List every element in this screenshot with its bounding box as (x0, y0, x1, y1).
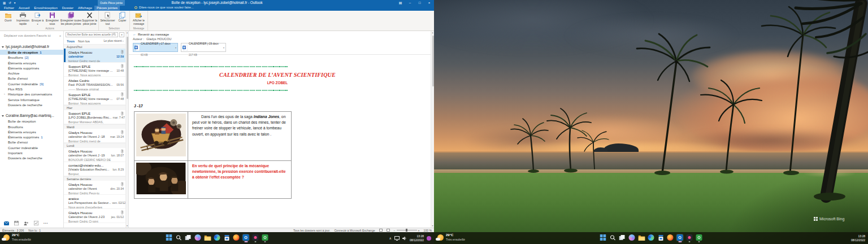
mail-list-item[interactable]: Support EPLE [CTMEJSNE] Votre message ..… (64, 91, 128, 105)
back-to-message[interactable]: ← Revenir au message (129, 31, 434, 37)
display-cast-icon[interactable] (394, 236, 400, 241)
mail-nav-icon[interactable] (4, 221, 9, 225)
firefox-button[interactable] (667, 234, 674, 241)
folder-item[interactable]: Boîte de réception (0, 119, 63, 124)
clock[interactable]: 13:28 08/12/2022 (851, 234, 865, 242)
folder-item[interactable]: Éléments supprimés 1 (0, 134, 63, 140)
start-button[interactable] (166, 234, 173, 241)
copilot-button[interactable] (194, 234, 202, 241)
outlook-taskbar-button[interactable]: O (676, 234, 684, 241)
file-explorer-button[interactable] (638, 234, 645, 241)
account-header[interactable]: lyc.joseph.zobel@hotmail.fr (0, 44, 63, 50)
search-input[interactable] (67, 33, 113, 36)
pinned-app-green-button[interactable] (696, 234, 703, 241)
calendar-nav-icon[interactable] (14, 221, 19, 225)
tasks-nav-icon[interactable] (34, 221, 38, 225)
hidden-icons-chevron-icon[interactable]: ∧ (389, 236, 392, 240)
mail-list-item[interactable]: aratice Les Perspectives du Secteur... v… (64, 195, 128, 209)
edge-button[interactable] (648, 234, 655, 241)
folder-item[interactable]: Boîte d'envoi (0, 76, 63, 81)
mail-list-item[interactable]: Gladys Houcou calendrier de l'Avent dim.… (64, 181, 128, 195)
ribbon-tab[interactable]: Envoi/réception (32, 6, 59, 11)
group-header[interactable]: Lundi (64, 143, 128, 148)
store-button[interactable] (657, 234, 665, 241)
show-message-button[interactable]: Afficher le message (131, 11, 147, 27)
scroll-up-icon[interactable]: ▲ (126, 31, 128, 34)
ribbon-tab[interactable]: Pièces jointes (94, 6, 120, 11)
weather-widget[interactable]: 29°C Très ensoleillé (437, 233, 465, 241)
tell-me-box[interactable]: Dites-nous ce que vous voulez faire... (134, 6, 194, 9)
task-view-button[interactable] (185, 234, 192, 241)
zoom-slider[interactable]: − + (394, 229, 420, 232)
zoom-thumb[interactable] (406, 229, 407, 232)
weather-widget[interactable]: 29°C Très ensoleillé (3, 233, 31, 241)
scroll-down-icon[interactable]: ▼ (126, 224, 128, 228)
folder-item[interactable]: Éléments supprimés (0, 66, 63, 71)
mail-list-item[interactable]: Support EPLE [CTMEJSNE] Votre message ..… (64, 63, 128, 77)
collapse-pane-icon[interactable]: « (59, 34, 61, 37)
select-all-button[interactable]: Sélectionner tout (99, 11, 116, 27)
reading-view-icon[interactable] (379, 229, 383, 232)
folder-item[interactable]: › Historique des conversations (0, 91, 63, 97)
folder-item[interactable]: Éléments envoyés (0, 60, 63, 66)
expand-icon[interactable]: › (4, 91, 5, 97)
folder-item[interactable]: Boîte de réception 1 (0, 50, 63, 55)
folder-item[interactable]: Important (0, 150, 63, 155)
layout-view-icon[interactable] (387, 229, 390, 232)
group-header[interactable]: Semaine dernière (64, 176, 128, 181)
folder-item[interactable]: Boîte d'envoi (0, 140, 63, 145)
search-button[interactable] (175, 234, 183, 241)
copy-button[interactable]: Copier (116, 11, 129, 27)
attachment-chip[interactable]: W CALENDRIER j-19.docx 217 KB ▾ (181, 43, 226, 52)
save-as-button[interactable]: Enregistrer sous (44, 11, 60, 27)
folder-item[interactable]: Service Informatique (0, 97, 63, 102)
search-box[interactable] (66, 32, 118, 37)
ribbon-tab[interactable]: Accueil (16, 6, 32, 11)
volume-icon[interactable] (402, 236, 407, 241)
send-to-button[interactable]: Envoyer à ▾ (31, 11, 44, 27)
search-scope-dropdown[interactable]: ▾ (119, 32, 124, 37)
mail-list-item[interactable]: Gladys Houcou calendrier 12:59 bonjo (64, 49, 128, 63)
list-scrollbar[interactable]: ▲ ▼ (125, 31, 128, 228)
edge-button[interactable] (214, 234, 221, 241)
minimize-button[interactable]: – (405, 0, 415, 6)
save-all-attachments-button[interactable]: Enregistrer toutes les pièces jointes (60, 11, 81, 27)
more-nav-icon[interactable]: ••• (44, 221, 48, 225)
mail-list-item[interactable]: Support EPLE [LPO ZOBEL]Bordereau Réc...… (64, 110, 128, 124)
start-button[interactable] (600, 234, 607, 241)
ribbon-display-options-icon[interactable]: ▤ (396, 0, 405, 6)
group-header[interactable]: Aujourd'hui (64, 44, 128, 49)
mail-list-item[interactable]: Abdas Cedric Fwd: POUR TRANSMISSION... 0… (64, 77, 128, 91)
notification-badge[interactable] (427, 236, 431, 241)
chip-dropdown-icon[interactable]: ▾ (223, 46, 224, 49)
folder-item[interactable]: Éléments envoyés (0, 129, 63, 134)
pinned-app-button[interactable] (252, 234, 259, 241)
mail-list-item[interactable]: Gladys Houcou calendrier de l'Avent J -1… (64, 148, 128, 162)
close-button[interactable]: × (424, 0, 434, 6)
attachment-chip[interactable]: W CALENDRIER j-17.docx 63 KB ▾ (133, 43, 178, 52)
file-explorer-button[interactable] (204, 234, 211, 241)
folder-item[interactable]: Dossiers de recherche (0, 155, 63, 160)
scrollbar-thumb[interactable] (127, 37, 128, 99)
ribbon-tab[interactable]: Fichier (2, 6, 16, 11)
people-nav-icon[interactable] (24, 221, 29, 225)
firefox-button[interactable] (233, 234, 240, 241)
mail-list-item[interactable]: contact@visiativ-edu... [Visiativ Educat… (64, 162, 128, 176)
pinned-app-green-button[interactable] (262, 234, 269, 241)
clock[interactable]: 13:28 08/12/2022 (410, 234, 424, 242)
folder-item[interactable]: Courrier indésirable (0, 145, 63, 150)
chip-dropdown-icon[interactable]: ▾ (175, 46, 176, 49)
group-header[interactable]: Mardi (64, 124, 128, 129)
tab-unread[interactable]: Non lus (78, 39, 90, 43)
mail-list-item[interactable]: Gladys Houcou calendrier de l'Avent J -1… (64, 129, 128, 143)
ribbon-tab[interactable]: Affichage (76, 6, 94, 11)
folder-item[interactable]: Dossiers de recherche (0, 102, 63, 107)
tab-all[interactable]: Tous (67, 39, 75, 43)
mail-list-item[interactable]: Gladys Houcou Calendrier de l'Avent J-23… (64, 209, 128, 223)
store-button[interactable] (223, 234, 231, 241)
restore-button[interactable]: □ (415, 0, 424, 6)
remove-attachment-button[interactable]: Supprimer la pièce jointe (81, 11, 98, 27)
ribbon-tab[interactable]: Dossier (60, 6, 76, 11)
pinned-app-button[interactable] (686, 234, 693, 241)
folder-item[interactable]: Brouillons [2] (0, 55, 63, 60)
